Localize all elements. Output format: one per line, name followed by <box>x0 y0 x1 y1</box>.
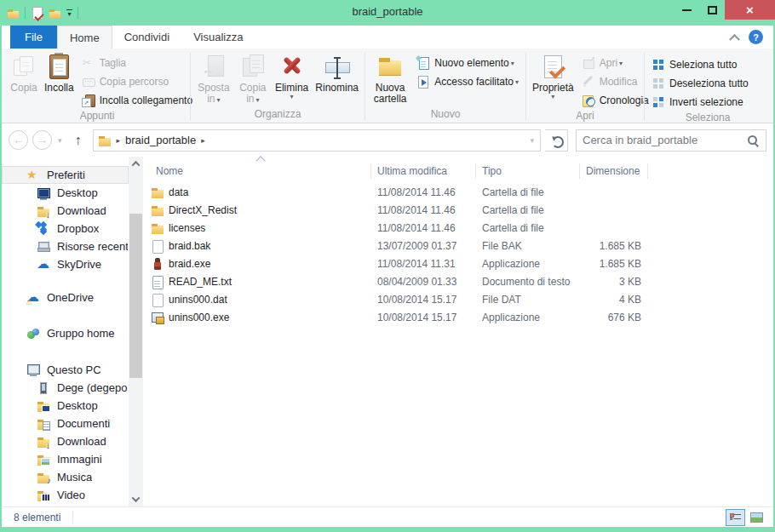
maximize-button[interactable] <box>699 0 725 20</box>
sidebar-scrollbar[interactable] <box>129 157 143 506</box>
breadcrumb-separator-icon[interactable]: ▸ <box>201 136 205 145</box>
recent-locations-arrow[interactable]: ▾ <box>56 136 64 145</box>
dropdown-icon: ▾ <box>532 94 574 100</box>
taglia-button[interactable]: Taglia <box>78 54 197 72</box>
proprieta-button[interactable]: Proprietà▾ <box>529 50 577 100</box>
sidebar-item-label: Video <box>57 489 85 501</box>
file-row[interactable]: READ_ME.txt 08/04/2009 01.33 Documento d… <box>150 272 773 290</box>
back-button[interactable]: ← <box>9 130 28 150</box>
back-icon: ← <box>13 134 24 146</box>
tab-home[interactable]: Home <box>57 26 112 49</box>
file-list-pane: Nome Ultima modifica Tipo Dimensione dat… <box>143 157 773 506</box>
forward-button[interactable]: → <box>32 130 52 150</box>
breadcrumb[interactable]: ▸ braid_portable ▸ ▾ <box>93 129 541 152</box>
sidebar-item[interactable]: Gruppo home <box>2 324 129 342</box>
group-label-organizza: Organizza <box>193 108 362 123</box>
large-icons-view-button[interactable] <box>747 509 766 526</box>
sidebar-item[interactable]: Immagini <box>2 450 129 468</box>
tab-file[interactable]: File <box>10 26 57 49</box>
file-row[interactable]: DirectX_Redist 11/08/2014 11.46 Cartella… <box>150 201 773 219</box>
file-modified: 11/08/2014 11.46 <box>371 222 476 234</box>
address-dropdown-arrow[interactable]: ▾ <box>528 136 536 145</box>
file-row[interactable]: unins000.dat 10/08/2014 15.17 File DAT 4… <box>150 290 773 308</box>
copia-in-button[interactable]: Copia in▾ <box>234 50 272 106</box>
breadcrumb-location[interactable]: braid_portable <box>125 134 196 146</box>
new-item-icon <box>416 56 430 70</box>
view-buttons <box>726 509 766 526</box>
accesso-facilitato-button[interactable]: Accesso facilitato▾ <box>412 72 523 91</box>
search-icon[interactable] <box>746 134 760 147</box>
inverti-selezione-button[interactable]: Inverti selezione <box>647 93 753 112</box>
qat-separator <box>78 7 78 19</box>
tab-condividi[interactable]: Condividi <box>112 26 181 49</box>
cronologia-button[interactable]: Cronologia <box>577 91 653 110</box>
column-header-dimensione[interactable]: Dimensione <box>580 163 648 179</box>
sidebar-item[interactable]: SkyDrive <box>2 255 129 273</box>
sidebar-item[interactable]: Preferiti <box>2 166 129 184</box>
sidebar-item[interactable]: Questo PC <box>2 361 129 379</box>
address-bar: ← → ▾ ↑ ▸ braid_portable ▸ ▾ Cerca in br… <box>2 123 773 157</box>
seleziona-tutto-button[interactable]: Seleziona tutto <box>647 55 753 74</box>
nuovo-elemento-label: Nuovo elemento <box>434 57 508 69</box>
sidebar-item-icon <box>26 169 40 182</box>
sidebar-item[interactable]: Dege (degeporta <box>2 379 129 397</box>
file-row[interactable]: data 11/08/2014 11.46 Cartella di file <box>150 183 773 201</box>
help-icon[interactable]: ? <box>749 30 763 44</box>
file-row[interactable]: braid.exe 11/08/2014 11.31 Applicazione … <box>150 255 773 272</box>
group-label-apri: Apri <box>529 110 641 123</box>
rinomina-button[interactable]: Rinomina <box>312 50 362 94</box>
sidebar-item-icon <box>37 435 50 449</box>
column-header-tipo[interactable]: Tipo <box>476 163 580 179</box>
incolla-collegamento-button[interactable]: Incolla collegamento <box>78 91 197 110</box>
elimina-button[interactable]: Elimina▾ <box>272 50 312 100</box>
minimize-button[interactable] <box>674 0 699 20</box>
rinomina-label: Rinomina <box>315 82 359 94</box>
file-row[interactable]: unins000.exe 10/08/2014 15.17 Applicazio… <box>150 308 773 326</box>
copia-percorso-label: Copia percorso <box>100 76 169 88</box>
move-to-icon <box>200 53 227 80</box>
seleziona-tutto-label: Seleziona tutto <box>669 59 737 71</box>
apri-button[interactable]: Apri▾ <box>577 54 653 72</box>
search-placeholder: Cerca in braid_portable <box>583 134 698 146</box>
close-button[interactable]: × <box>725 0 775 20</box>
copia-button[interactable]: Copia <box>7 50 41 94</box>
file-row[interactable]: braid.bak 13/07/2009 01.37 File BAK 1.68… <box>150 237 773 255</box>
sidebar-item[interactable]: Risorse recenti <box>2 237 129 255</box>
qat-new-folder-icon[interactable] <box>49 7 61 20</box>
sidebar-item[interactable]: Documenti <box>2 415 129 432</box>
sidebar-item[interactable]: Video <box>2 486 129 504</box>
up-button[interactable]: ↑ <box>68 133 89 148</box>
scroll-down-button[interactable] <box>129 492 143 506</box>
file-icon <box>151 239 164 253</box>
cronologia-label: Cronologia <box>600 94 649 106</box>
deseleziona-tutto-button[interactable]: Deseleziona tutto <box>647 74 753 93</box>
sidebar-item[interactable]: Desktop <box>2 397 129 415</box>
incolla-button[interactable]: Incolla <box>41 50 78 94</box>
file-type: Applicazione <box>476 258 580 270</box>
sposta-in-button[interactable]: Sposta in▾ <box>193 50 234 106</box>
collapse-ribbon-icon[interactable] <box>729 34 740 45</box>
scroll-up-button[interactable] <box>129 157 143 171</box>
search-box[interactable]: Cerca in braid_portable <box>576 129 766 152</box>
sidebar-item[interactable]: Desktop <box>2 184 129 202</box>
copia-percorso-button[interactable]: Copia percorso <box>78 72 197 91</box>
sidebar-item[interactable]: Musica <box>2 468 129 486</box>
refresh-button[interactable] <box>545 129 568 152</box>
ribbon-tab-row: File Home Condividi Visualizza ? <box>2 26 773 49</box>
app-folder-icon[interactable] <box>7 7 20 20</box>
nuova-cartella-button[interactable]: Nuova cartella <box>368 50 412 105</box>
qat-customize-arrow[interactable]: ▾ <box>66 9 72 17</box>
sidebar-item[interactable]: Dropbox <box>2 220 129 237</box>
qat-properties-icon[interactable] <box>31 7 43 20</box>
column-header-ultima-modifica[interactable]: Ultima modifica <box>371 163 476 179</box>
tab-visualizza[interactable]: Visualizza <box>181 26 255 49</box>
file-row[interactable]: licenses 11/08/2014 11.46 Cartella di fi… <box>150 219 773 237</box>
sidebar-item[interactable]: Download <box>2 202 129 220</box>
scrollbar-thumb[interactable] <box>129 214 142 378</box>
file-name: DirectX_Redist <box>169 204 237 216</box>
details-view-button[interactable] <box>726 509 745 526</box>
nuovo-elemento-button[interactable]: Nuovo elemento▾ <box>412 54 523 72</box>
sidebar-item[interactable]: Download <box>2 432 129 450</box>
sidebar-item[interactable]: OneDrive <box>2 289 129 306</box>
modifica-button[interactable]: Modifica <box>577 72 653 91</box>
